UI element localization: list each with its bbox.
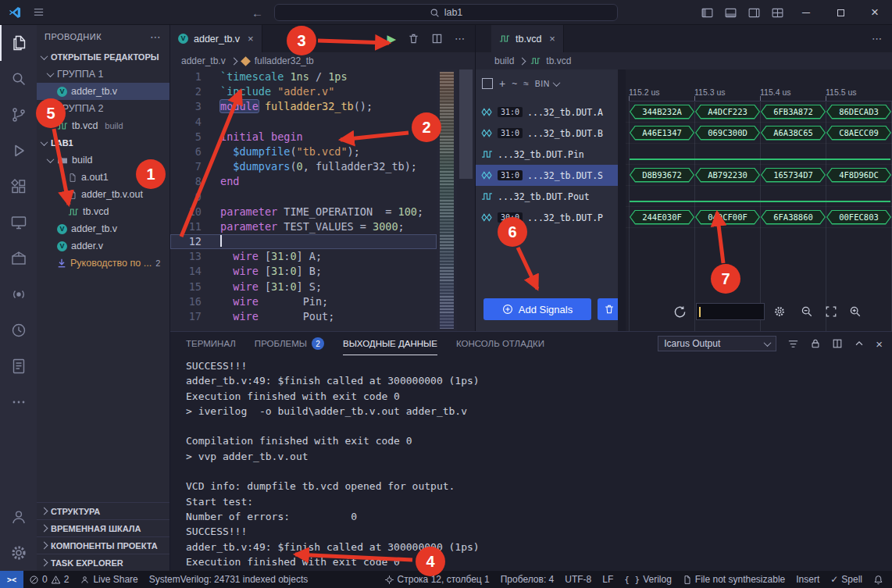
breadcrumb-2[interactable]: build tb.vcd [476,52,892,69]
settings-gear-icon[interactable] [0,535,37,571]
output-filter-icon[interactable] [787,338,799,350]
eol-status[interactable]: LF [597,571,619,588]
code-line[interactable]: 11parameter TEST_VALUES = 3000; [170,219,437,234]
more-actions-icon[interactable]: ⋯ [872,33,883,45]
back-arrow-icon[interactable]: ← [252,6,263,20]
encoding-status[interactable]: UTF-8 [559,571,597,588]
code-line[interactable]: 8end [170,174,437,189]
tab-adder-tb-v[interactable]: V adder_tb.v × [170,25,262,52]
code-line[interactable]: 12 [170,234,437,249]
breadcrumb[interactable]: adder_tb.v fulladder32_tb [170,52,475,69]
tab-tb-vcd[interactable]: tb.vcd × [491,25,564,52]
analog-wave-icon[interactable]: ~ [512,78,517,89]
wave-row[interactable]: D8B93672AB792230165734D74F8D96DC [626,165,892,186]
wave-row[interactable] [626,186,892,207]
minimize-button[interactable]: ─ [789,0,823,25]
close-button[interactable]: × [858,0,892,25]
close-tab-icon[interactable]: × [248,33,254,45]
signal-row[interactable]: ...32_tb.DUT.Pout [476,186,618,207]
section-timeline[interactable]: ВРЕМЕННАЯ ШКАЛА [37,519,169,536]
section-task-explorer[interactable]: TASK EXPLORER [37,554,169,571]
output-log[interactable]: SUCCESS!!!adder_tb.v:49: $finish called … [170,355,892,571]
open-editors-header[interactable]: ОТКРЫТЫЕ РЕДАКТОРЫ [37,48,169,66]
menu-icon[interactable] [33,6,45,18]
tree-item-guide[interactable]: Руководство по ... 2 [37,255,169,272]
search-icon[interactable] [0,61,37,97]
section-project-components[interactable]: КОМПОНЕНТЫ ПРОЕКТА [37,536,169,554]
code-line[interactable]: 2`include "adder.v" [170,84,437,99]
code-line[interactable]: 4 [170,115,437,130]
open-editor-adder-tb[interactable]: V adder_tb.v [37,83,169,100]
code-line[interactable]: 5initial begin [170,130,437,144]
insert-mode-status[interactable]: Insert [790,571,825,588]
tree-item-tb-vcd[interactable]: tb.vcd [37,203,169,220]
gear-icon[interactable] [773,305,786,318]
extensions-icon[interactable] [0,169,37,205]
code-line[interactable]: 14 wire [31:0] B; [170,264,437,279]
tab-terminal[interactable]: ТЕРМИНАЛ [186,332,236,355]
code-line[interactable]: 10parameter TIME_OPERATION = 100; [170,205,437,219]
editor-scrollbar[interactable] [457,69,475,331]
signal-row[interactable]: 31:0...32_tb.DUT.B [476,123,618,144]
step-wave-icon[interactable]: ≈ [523,78,529,89]
more-actions-icon[interactable] [0,384,37,420]
sidebar-more-icon[interactable]: ⋯ [150,30,162,43]
signal-row[interactable]: 30:0...32_tb.DUT.P [476,207,618,228]
zoom-in-icon[interactable] [849,305,862,318]
signal-row[interactable]: 31:0...32_tb.DUT.S [476,165,618,186]
tree-item-aout1[interactable]: a.out1 [37,169,169,186]
output-channel-select[interactable]: Icarus Output [658,336,776,351]
tree-item-adder-tb-out[interactable]: adder_tb.v.out [37,186,169,203]
wave-row[interactable]: A46E1347069C300DA6A38C65C8AECC09 [626,123,892,144]
toggle-secondary-sidebar-icon[interactable] [742,0,765,25]
synthesis-status[interactable]: File not synthesizable [677,571,790,588]
minimap[interactable] [437,69,457,331]
indentation-status[interactable]: Пробелов: 4 [495,571,560,588]
add-signals-button[interactable]: Add Signals [483,298,591,320]
signal-row[interactable]: 31:0...32_tb.DUT.A [476,102,618,123]
zoom-out-icon[interactable] [801,305,813,318]
explorer-icon[interactable] [0,25,37,61]
split-editor-icon[interactable] [431,33,443,45]
format-dropdown[interactable]: BIN [535,79,559,88]
run-file-icon[interactable]: ▶ [387,32,396,46]
timeline-icon[interactable] [0,312,37,348]
split-panel-icon[interactable] [832,338,843,349]
notifications-bell[interactable] [868,571,889,588]
tab-debug-console[interactable]: КОНСОЛЬ ОТЛАДКИ [456,332,544,355]
code-line[interactable]: 17 wire Pout; [170,309,437,324]
maximize-button[interactable] [823,0,858,25]
toggle-panel-icon[interactable] [719,0,742,25]
spell-checker-status[interactable]: ✓ Spell [825,571,868,588]
run-and-debug-icon[interactable] [0,133,37,169]
signal-scrollbar[interactable] [618,69,626,331]
waveform-area[interactable]: 115.2 us115.3 us115.4 us115.5 us 344B232… [626,69,892,331]
notebook-icon[interactable] [0,348,37,384]
remote-explorer-icon[interactable] [0,205,37,241]
refresh-icon[interactable] [673,305,687,319]
problems-status[interactable]: 0 2 [23,571,74,588]
maximize-panel-icon[interactable] [854,338,865,349]
signal-row[interactable]: ...32_tb.DUT.Pin [476,144,618,165]
scrollbar-thumb[interactable] [459,69,473,179]
lock-icon[interactable] [810,338,821,349]
time-input[interactable] [696,303,765,320]
add-icon[interactable]: + [499,77,505,90]
wave-row[interactable]: 244E030F049CF00F6FA3886000FEC803 [626,207,892,228]
editor-group-1-header[interactable]: ГРУППА 1 [37,66,169,83]
more-actions-icon[interactable]: ⋯ [455,33,466,45]
code-line[interactable]: 1`timescale 1ns / 1ps [170,69,437,84]
code-line[interactable]: 3module fulladder32_tb(); [170,99,437,114]
source-control-icon[interactable] [0,97,37,133]
remote-indicator[interactable]: >< [0,571,23,588]
tab-output[interactable]: ВЫХОДНЫЕ ДАННЫЕ [343,332,437,355]
toggle-sidebar-icon[interactable] [695,0,719,25]
open-editor-tb-vcd[interactable]: tb.vcd build [37,117,169,134]
code-line[interactable]: 9 [170,190,437,205]
close-panel-icon[interactable]: × [876,337,883,351]
zoom-fit-icon[interactable] [825,305,837,318]
code-line[interactable]: 13 wire [31:0] A; [170,249,437,264]
code-line[interactable]: 6 $dumpfile("tb.vcd"); [170,144,437,159]
color-swatch-icon[interactable] [482,78,493,89]
code-line[interactable]: 16 wire Pin; [170,294,437,309]
